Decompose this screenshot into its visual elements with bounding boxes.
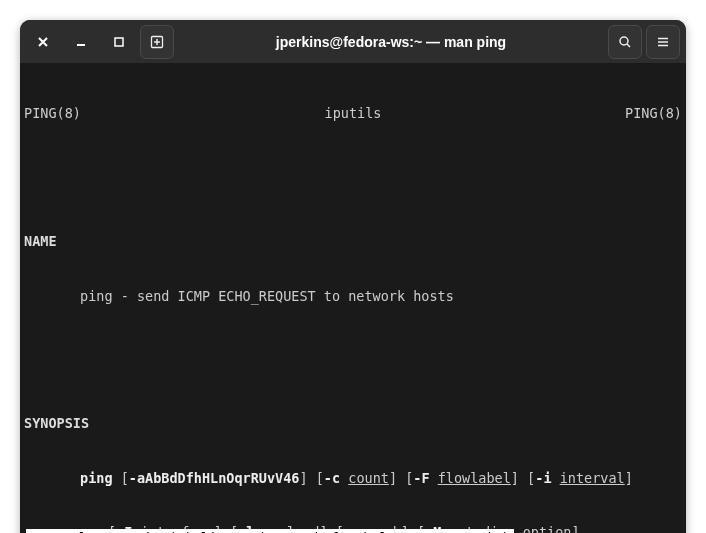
man-header-center: iputils [325,104,382,122]
man-header: PING(8) iputils PING(8) [24,104,682,122]
svg-point-5 [620,37,628,45]
synopsis-line-1: ping [-aAbBdDfhHLnOqrRUvV46] [-c count] … [24,469,682,487]
man-header-left: PING(8) [24,104,81,122]
svg-rect-1 [115,38,123,46]
hamburger-menu-button[interactable] [646,25,680,59]
svg-line-6 [627,44,630,47]
close-button[interactable] [26,25,60,59]
pager-status-line: Manual page ping(8) line 1 (press h for … [26,529,514,533]
titlebar: jperkins@fedora-ws:~ — man ping [20,20,686,64]
terminal-window: jperkins@fedora-ws:~ — man ping PING(8) … [20,20,686,533]
minimize-button[interactable] [64,25,98,59]
window-title: jperkins@fedora-ws:~ — man ping [178,34,604,50]
terminal-content[interactable]: PING(8) iputils PING(8) NAME ping - send… [20,64,686,533]
section-synopsis: SYNOPSIS [24,414,682,432]
maximize-button[interactable] [102,25,136,59]
section-name: NAME [24,232,682,250]
new-tab-button[interactable] [140,25,174,59]
man-header-right: PING(8) [625,104,682,122]
search-button[interactable] [608,25,642,59]
name-line: ping - send ICMP ECHO_REQUEST to network… [24,287,682,305]
